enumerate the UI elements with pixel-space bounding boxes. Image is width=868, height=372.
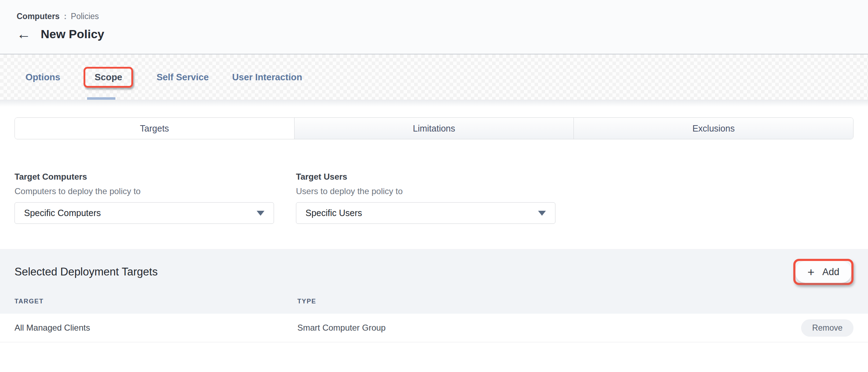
target-computers-select[interactable]: Specific Computers (15, 202, 274, 224)
column-header-target: TARGET (15, 298, 297, 305)
breadcrumb-separator: : (64, 12, 67, 21)
annotation-highlight-add: + Add (793, 259, 853, 285)
target-users-label: Target Users (296, 172, 555, 182)
chevron-down-icon (257, 211, 264, 216)
target-users-value: Specific Users (305, 208, 362, 218)
target-computers-value: Specific Computers (24, 208, 101, 218)
target-fields: Target Computers Computers to deploy the… (15, 172, 853, 224)
table-row: All Managed Clients Smart Computer Group… (0, 314, 868, 342)
title-row: ← New Policy (17, 27, 868, 41)
breadcrumb-section[interactable]: Computers (17, 12, 59, 21)
segment-limitations[interactable]: Limitations (294, 118, 574, 139)
tab-options[interactable]: Options (25, 72, 60, 83)
tab-list: Options Scope Self Service User Interact… (0, 54, 868, 100)
remove-button[interactable]: Remove (801, 319, 853, 337)
deployment-title-row: Selected Deployment Targets + Add (15, 257, 853, 287)
chevron-down-icon (538, 211, 546, 216)
plus-icon: + (807, 267, 815, 277)
breadcrumb: Computers : Policies (17, 12, 868, 21)
target-computers-label: Target Computers (15, 172, 274, 182)
tab-bar: Options Scope Self Service User Interact… (0, 54, 868, 100)
segment-exclusions[interactable]: Exclusions (573, 118, 853, 139)
target-computers-field: Target Computers Computers to deploy the… (15, 172, 274, 224)
back-arrow-icon[interactable]: ← (17, 27, 31, 41)
table-header-row: TARGET TYPE (15, 287, 853, 314)
row-target-cell: All Managed Clients (15, 323, 297, 333)
add-button-label: Add (822, 267, 839, 278)
add-button[interactable]: + Add (795, 261, 851, 283)
active-tab-underline (87, 97, 115, 100)
row-type-cell: Smart Computer Group (297, 323, 801, 333)
segment-targets[interactable]: Targets (15, 118, 294, 139)
tab-user-interaction[interactable]: User Interaction (232, 72, 302, 83)
page-title: New Policy (41, 27, 104, 41)
target-users-field: Target Users Users to deploy the policy … (296, 172, 555, 224)
tab-scope[interactable]: Scope (95, 72, 122, 83)
tab-self-service[interactable]: Self Service (156, 72, 209, 83)
deployment-targets-section: Selected Deployment Targets + Add TARGET… (0, 249, 868, 314)
target-computers-description: Computers to deploy the policy to (15, 186, 274, 196)
annotation-highlight-scope: Scope (84, 67, 133, 88)
scope-segmented-control: Targets Limitations Exclusions (15, 117, 853, 139)
column-header-type: TYPE (297, 298, 853, 305)
target-users-select[interactable]: Specific Users (296, 202, 555, 224)
deployment-section-title: Selected Deployment Targets (15, 266, 158, 278)
page-header: Computers : Policies ← New Policy (0, 0, 868, 54)
target-users-description: Users to deploy the policy to (296, 186, 555, 196)
breadcrumb-page[interactable]: Policies (71, 12, 99, 21)
